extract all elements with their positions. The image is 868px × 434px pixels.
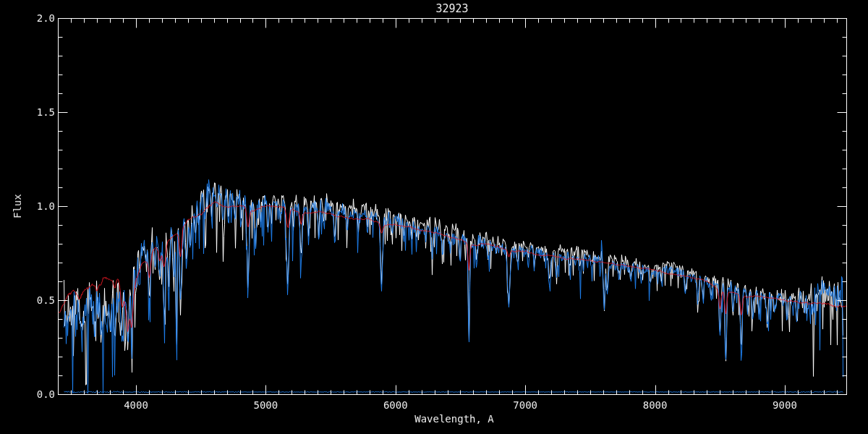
x-tick-label: 6000	[383, 399, 408, 411]
spectrum-plot-window: 32923 Wavelength, A Flux 400050006000700…	[0, 0, 868, 434]
y-tick-label: 2.0	[23, 12, 55, 24]
x-tick-label: 8000	[643, 399, 668, 411]
y-tick-label: 1.5	[23, 106, 55, 118]
x-tick-label: 7000	[513, 399, 537, 411]
y-tick-label: 0.5	[23, 294, 55, 306]
y-axis-label: Flux	[12, 194, 23, 218]
x-tick-label: 5000	[254, 399, 278, 411]
plot-title: 32923	[435, 3, 468, 14]
y-tick-label: 0.0	[23, 388, 55, 400]
x-tick-label: 9000	[773, 399, 797, 411]
y-tick-label: 1.0	[23, 200, 55, 212]
x-tick-label: 4000	[124, 399, 148, 411]
spectrum-canvas	[0, 0, 868, 434]
x-axis-label: Wavelength, A	[414, 413, 494, 425]
